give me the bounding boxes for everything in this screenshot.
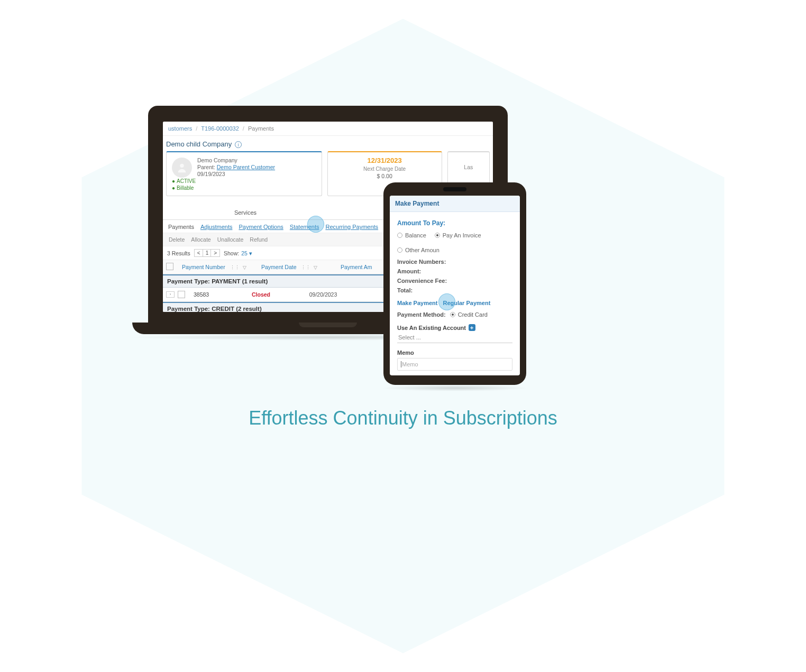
breadcrumb-sep: / bbox=[196, 125, 197, 132]
link-regular-payment[interactable]: Regular Payment bbox=[443, 300, 490, 306]
row-checkbox[interactable] bbox=[178, 291, 185, 298]
total-label: Total: bbox=[397, 287, 512, 293]
subtab-payment-options[interactable]: Payment Options bbox=[239, 224, 283, 230]
breadcrumb-id[interactable]: T196-0000032 bbox=[201, 125, 239, 132]
expand-icon[interactable]: › bbox=[166, 291, 175, 298]
action-allocate[interactable]: Allocate bbox=[188, 235, 213, 244]
payment-method-label: Payment Method: bbox=[397, 311, 446, 318]
company-title-text: Demo child Company bbox=[166, 140, 232, 148]
subtab-statements[interactable]: Statements bbox=[290, 224, 319, 230]
filter-icon[interactable]: ▽ bbox=[314, 265, 317, 270]
radio-balance[interactable]: Balance bbox=[397, 232, 426, 238]
show-label: Show: bbox=[224, 250, 239, 256]
subtab-payments[interactable]: Payments bbox=[168, 224, 194, 230]
action-refund[interactable]: Refund bbox=[247, 235, 270, 244]
action-unallocate[interactable]: Unallocate bbox=[215, 235, 246, 244]
memo-input[interactable]: Memo bbox=[397, 358, 512, 371]
company-name: Demo Company bbox=[172, 157, 316, 163]
subtab-recurring-payments[interactable]: Recurring Payments bbox=[325, 224, 378, 230]
tablet-camera bbox=[443, 187, 466, 191]
parent-link[interactable]: Demo Parent Customer bbox=[217, 164, 275, 170]
memo-label: Memo bbox=[397, 349, 512, 356]
col-payment-number[interactable]: Payment Number bbox=[182, 264, 225, 270]
company-date: 09/19/2023 bbox=[172, 171, 316, 177]
svg-point-0 bbox=[180, 164, 184, 168]
handle-icon[interactable]: ⋮⋮ bbox=[301, 265, 310, 270]
breadcrumb-customers[interactable]: ustomers bbox=[168, 125, 192, 132]
filter-icon[interactable]: ▽ bbox=[243, 265, 246, 270]
tablet-device: Make Payment Amount To Pay: Balance Pay … bbox=[383, 182, 526, 391]
select-all-checkbox[interactable] bbox=[166, 263, 173, 270]
row-status: Closed bbox=[252, 291, 283, 298]
next-charge-date: 12/31/2023 bbox=[333, 157, 436, 164]
company-title: Demo child Company i bbox=[163, 136, 493, 151]
memo-placeholder: Memo bbox=[401, 361, 418, 367]
radio-other-label: Other Amoun bbox=[405, 247, 439, 253]
company-card: Demo Company Parent: Demo Parent Custome… bbox=[166, 151, 322, 196]
handle-icon[interactable]: ⋮⋮ bbox=[230, 265, 240, 270]
page-headline: Effortless Continuity in Subscriptions bbox=[0, 407, 806, 429]
parent-label: Parent: bbox=[197, 164, 215, 170]
radio-credit-card[interactable]: Credit Card bbox=[450, 311, 488, 318]
info-icon[interactable]: i bbox=[235, 141, 242, 148]
make-payment-header: Make Payment bbox=[390, 196, 520, 212]
next-charge-label: Next Charge Date bbox=[333, 166, 436, 172]
pager-next[interactable]: > bbox=[210, 249, 220, 257]
results-count: 3 Results bbox=[167, 250, 190, 256]
subtab-adjustments[interactable]: Adjustments bbox=[200, 224, 233, 230]
plus-icon[interactable]: ＋ bbox=[469, 324, 475, 331]
radio-invoice-label: Pay An Invoice bbox=[443, 232, 481, 238]
right-card-text: Las bbox=[453, 164, 484, 170]
invoice-numbers-label: Invoice Numbers: bbox=[397, 259, 512, 265]
breadcrumb-sep: / bbox=[243, 125, 244, 132]
laptop-notch bbox=[299, 323, 357, 327]
breadcrumb-page: Payments bbox=[248, 125, 274, 132]
show-dropdown[interactable]: 25 ▾ bbox=[241, 250, 252, 256]
tablet-screen: Make Payment Amount To Pay: Balance Pay … bbox=[390, 196, 520, 375]
col-payment-date[interactable]: Payment Date bbox=[261, 264, 297, 270]
row-date: 09/20/2023 bbox=[283, 291, 363, 298]
link-make-payment[interactable]: Make Payment bbox=[397, 300, 437, 306]
avatar bbox=[172, 158, 192, 178]
radio-cc-label: Credit Card bbox=[458, 311, 488, 318]
existing-account-select[interactable]: Select ... bbox=[397, 332, 512, 343]
radio-balance-label: Balance bbox=[405, 232, 426, 238]
show-value: 25 bbox=[241, 250, 248, 256]
action-delete[interactable]: Delete bbox=[166, 235, 187, 244]
amount-label: Amount: bbox=[397, 268, 512, 274]
existing-account-label: Use An Existing Account bbox=[397, 325, 466, 331]
status-billable: Billable bbox=[172, 185, 194, 191]
radio-other-amount[interactable]: Other Amoun bbox=[397, 247, 439, 253]
status-active: ACTIVE bbox=[172, 178, 196, 184]
tab-services[interactable]: Services bbox=[163, 206, 328, 219]
next-charge-amount: $ 0.00 bbox=[333, 173, 436, 179]
convenience-fee-label: Convenience Fee: bbox=[397, 278, 512, 284]
amount-to-pay-heading: Amount To Pay: bbox=[397, 219, 512, 227]
row-number: 38583 bbox=[194, 291, 252, 298]
radio-pay-invoice[interactable]: Pay An Invoice bbox=[435, 232, 481, 238]
breadcrumb: ustomers / T196-0000032 / Payments bbox=[163, 122, 493, 136]
pager: < 1 > bbox=[195, 249, 219, 257]
